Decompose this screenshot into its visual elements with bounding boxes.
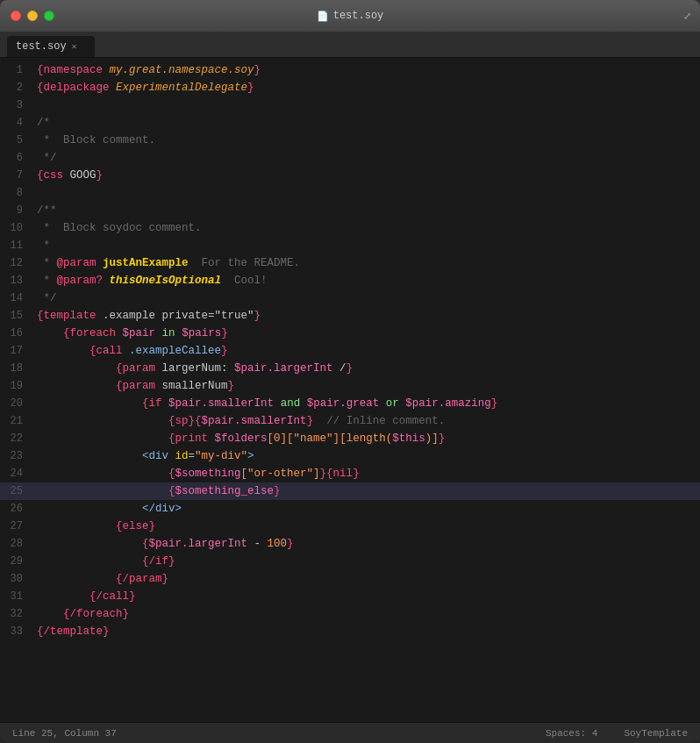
line-content: {$something_else} xyxy=(33,482,281,500)
tab-label: test.soy xyxy=(16,40,67,53)
line-content: {foreach $pair in $pairs} xyxy=(33,325,228,342)
line-number: 21 xyxy=(0,412,33,430)
tab-test-soy[interactable]: test.soy ✕ xyxy=(7,36,95,57)
line-content: /* xyxy=(33,114,50,132)
line-content: {param smallerNum} xyxy=(33,377,234,395)
line-number: 13 xyxy=(0,272,33,289)
line-number: 17 xyxy=(0,342,33,360)
line-number: 2 xyxy=(0,79,33,96)
code-line: 27 {else} xyxy=(0,518,700,535)
statusbar: Line 25, Column 37 Spaces: 4 SoyTemplate xyxy=(0,722,700,743)
line-number: 24 xyxy=(0,465,33,482)
code-line: 10 * Block soydoc comment. xyxy=(0,219,700,237)
line-content xyxy=(33,96,44,114)
line-number: 9 xyxy=(0,202,33,219)
maximize-button[interactable] xyxy=(44,11,54,21)
line-number: 11 xyxy=(0,237,33,254)
file-icon: 📄 xyxy=(317,11,329,22)
line-content: {if $pair.smallerInt and $pair.great or … xyxy=(33,395,497,412)
line-content: */ xyxy=(33,149,57,167)
line-number: 6 xyxy=(0,149,33,167)
line-content: * Block soydoc comment. xyxy=(33,219,202,237)
line-content: * @param justAnExample For the README. xyxy=(33,254,300,272)
line-number: 27 xyxy=(0,518,33,535)
code-line: 11 * xyxy=(0,237,700,254)
code-line: 31 {/call} xyxy=(0,588,700,605)
line-content: {css GOOG} xyxy=(33,167,103,184)
window-title: 📄 test.soy xyxy=(317,10,384,22)
line-number: 12 xyxy=(0,254,33,272)
line-number: 14 xyxy=(0,289,33,307)
code-line: 5 * Block comment. xyxy=(0,132,700,149)
line-number: 10 xyxy=(0,219,33,237)
code-line: 13 * @param? thisOneIsOptional Cool! xyxy=(0,272,700,289)
code-line: 24 {$something["or-other"]}{nil} xyxy=(0,465,700,482)
syntax-info: SoyTemplate xyxy=(624,728,688,739)
line-number: 26 xyxy=(0,500,33,518)
title-text: test.soy xyxy=(333,10,384,22)
line-number: 33 xyxy=(0,623,33,640)
line-content xyxy=(33,184,44,202)
line-content: * xyxy=(33,237,50,254)
line-number: 15 xyxy=(0,307,33,325)
line-content: {else} xyxy=(33,518,155,535)
line-number: 23 xyxy=(0,447,33,465)
statusbar-right: Spaces: 4 SoyTemplate xyxy=(546,728,688,739)
code-line: 9/** xyxy=(0,202,700,219)
code-line: 22 {print $folders[0]["name"][length($th… xyxy=(0,430,700,447)
expand-icon[interactable]: ⤢ xyxy=(683,11,691,22)
code-line: 4/* xyxy=(0,114,700,132)
line-content: {sp}{$pair.smallerInt} // Inline comment… xyxy=(33,412,445,430)
close-button[interactable] xyxy=(11,11,21,21)
code-line: 32 {/foreach} xyxy=(0,605,700,623)
line-content: * @param? thisOneIsOptional Cool! xyxy=(33,272,268,289)
line-number: 16 xyxy=(0,325,33,342)
line-content: {/foreach} xyxy=(33,605,129,623)
line-content: /** xyxy=(33,202,57,219)
code-line: 23 <div id="my-div"> xyxy=(0,447,700,465)
line-content: </div> xyxy=(33,500,182,518)
line-content: {delpackage ExperimentalDelegate} xyxy=(33,79,254,96)
code-line: 7{css GOOG} xyxy=(0,167,700,184)
tabbar: test.soy ✕ xyxy=(0,32,700,58)
line-number: 22 xyxy=(0,430,33,447)
line-number: 7 xyxy=(0,167,33,184)
line-content: {/param} xyxy=(33,570,168,588)
line-number: 3 xyxy=(0,96,33,114)
line-number: 5 xyxy=(0,132,33,149)
code-line: 14 */ xyxy=(0,289,700,307)
spaces-info: Spaces: 4 xyxy=(546,728,597,739)
line-number: 1 xyxy=(0,61,33,79)
code-line: 30 {/param} xyxy=(0,570,700,588)
code-line: 17 {call .exampleCallee} xyxy=(0,342,700,360)
code-line: 6 */ xyxy=(0,149,700,167)
line-content: {/if} xyxy=(33,553,175,570)
line-content: {template .example private="true"} xyxy=(33,307,261,325)
code-line: 25 {$something_else} xyxy=(0,482,700,500)
line-number: 25 xyxy=(0,482,33,500)
line-number: 31 xyxy=(0,588,33,605)
line-number: 32 xyxy=(0,605,33,623)
line-content: {/template} xyxy=(33,623,110,640)
tab-close-button[interactable]: ✕ xyxy=(72,41,77,52)
code-line: 21 {sp}{$pair.smallerInt} // Inline comm… xyxy=(0,412,700,430)
code-line: 20 {if $pair.smallerInt and $pair.great … xyxy=(0,395,700,412)
code-line: 8 xyxy=(0,184,700,202)
code-line: 29 {/if} xyxy=(0,553,700,570)
code-line: 2{delpackage ExperimentalDelegate} xyxy=(0,79,700,96)
code-container[interactable]: 1{namespace my.great.namespace.soy}2{del… xyxy=(0,58,700,722)
line-content: */ xyxy=(33,289,57,307)
line-content: * Block comment. xyxy=(33,132,155,149)
code-line: 26 </div> xyxy=(0,500,700,518)
line-content: {namespace my.great.namespace.soy} xyxy=(33,61,261,79)
code-line: 1{namespace my.great.namespace.soy} xyxy=(0,61,700,79)
cursor-position: Line 25, Column 37 xyxy=(12,728,117,739)
code-line: 28 {$pair.largerInt - 100} xyxy=(0,535,700,553)
editor-area[interactable]: 1{namespace my.great.namespace.soy}2{del… xyxy=(0,58,700,722)
line-content: <div id="my-div"> xyxy=(33,447,254,465)
code-line: 33{/template} xyxy=(0,623,700,640)
line-content: {call .exampleCallee} xyxy=(33,342,228,360)
minimize-button[interactable] xyxy=(27,11,38,21)
line-number: 29 xyxy=(0,553,33,570)
line-number: 4 xyxy=(0,114,33,132)
